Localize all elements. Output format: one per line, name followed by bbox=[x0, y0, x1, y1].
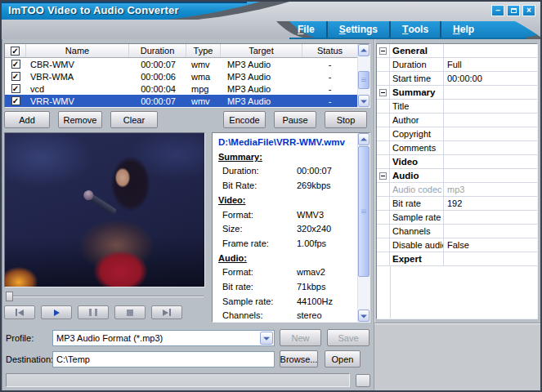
property-row[interactable]: Copyright bbox=[377, 127, 537, 141]
destination-label: Destination: bbox=[6, 354, 52, 364]
row-checkbox[interactable]: ✓ bbox=[11, 60, 20, 69]
table-row[interactable]: ✓ vcd 00:00:04 mpg MP3 Audio - bbox=[5, 82, 357, 95]
header: ImTOO Video to Audio Converter – × File … bbox=[2, 2, 540, 39]
property-row[interactable]: Sample rate bbox=[377, 211, 537, 225]
property-row[interactable]: Title bbox=[377, 100, 537, 114]
seek-thumb[interactable] bbox=[6, 292, 13, 301]
scroll-up-icon[interactable] bbox=[358, 133, 370, 145]
app-window: ImTOO Video to Audio Converter – × File … bbox=[0, 0, 542, 392]
status-bar bbox=[6, 372, 370, 388]
stop-icon bbox=[127, 310, 133, 316]
next-icon bbox=[163, 310, 168, 316]
row-checkbox[interactable]: ✓ bbox=[11, 96, 20, 105]
property-row[interactable]: Author bbox=[377, 114, 537, 127]
remove-button[interactable]: Remove bbox=[58, 111, 102, 128]
property-grid: General Duration Full Start time 00:00:0… bbox=[376, 43, 538, 319]
menu-settings[interactable]: Settings bbox=[326, 21, 389, 38]
video-heading: Video: bbox=[218, 194, 356, 208]
left-pane: ✓ Name Duration Type Target Status ✓ CBR… bbox=[2, 39, 374, 390]
table-row[interactable]: ✓ VBR-WMA 00:00:06 wma MP3 Audio - bbox=[5, 70, 357, 82]
menu-bar: File Settings Tools Help bbox=[286, 21, 486, 38]
chevron-down-icon[interactable] bbox=[260, 332, 273, 345]
media-info-panel: D:\MediaFile\VRR-WMV.wmv Summary: Durati… bbox=[212, 132, 370, 323]
stop-playback-button[interactable] bbox=[114, 305, 146, 319]
file-list: ✓ Name Duration Type Target Status ✓ CBR… bbox=[4, 43, 370, 108]
pause-playback-button[interactable] bbox=[78, 305, 109, 319]
previous-button[interactable] bbox=[4, 305, 35, 319]
collapse-minus-icon[interactable] bbox=[379, 89, 387, 96]
add-button[interactable]: Add bbox=[4, 111, 50, 128]
select-all-checkbox[interactable]: ✓ bbox=[11, 47, 20, 56]
seek-bar[interactable] bbox=[4, 291, 205, 302]
new-button[interactable]: New bbox=[280, 329, 321, 346]
property-category[interactable]: Summary bbox=[377, 86, 537, 100]
progress-bar bbox=[6, 373, 350, 387]
next-button[interactable] bbox=[151, 305, 182, 319]
menu-help[interactable]: Help bbox=[440, 21, 486, 38]
destination-input[interactable]: C:\Temp bbox=[52, 351, 275, 368]
profile-row: Profile: MP3 Audio Format (*.mp3) New Sa… bbox=[6, 329, 370, 346]
property-row[interactable]: Duration Full bbox=[377, 58, 537, 72]
scroll-down-icon[interactable] bbox=[358, 310, 370, 322]
row-checkbox[interactable]: ✓ bbox=[11, 84, 20, 93]
info-scrollbar[interactable] bbox=[357, 133, 370, 322]
browse-button[interactable]: Browse... bbox=[280, 350, 318, 368]
maximize-icon bbox=[511, 8, 517, 13]
column-header-target[interactable]: Target bbox=[221, 44, 302, 57]
property-row[interactable]: Disable audio False bbox=[377, 238, 537, 252]
scroll-thumb[interactable] bbox=[358, 71, 370, 89]
collapse-minus-icon[interactable] bbox=[379, 47, 387, 55]
summary-heading: Summary: bbox=[218, 150, 356, 165]
open-button[interactable]: Open bbox=[325, 350, 361, 368]
encode-button[interactable]: Encode bbox=[223, 111, 266, 128]
pause-button[interactable]: Pause bbox=[274, 111, 316, 128]
menu-file[interactable]: File bbox=[286, 21, 326, 38]
file-list-scrollbar[interactable] bbox=[357, 44, 370, 107]
microphone-shape bbox=[87, 193, 117, 215]
destination-row: Destination: C:\Temp Browse... Open bbox=[6, 350, 370, 368]
file-list-header: ✓ Name Duration Type Target Status bbox=[5, 44, 357, 58]
profile-label: Profile: bbox=[6, 333, 52, 343]
collapse-minus-icon[interactable] bbox=[379, 172, 387, 180]
column-header-status[interactable]: Status bbox=[302, 44, 357, 57]
video-player bbox=[4, 132, 205, 323]
scroll-up-icon[interactable] bbox=[358, 44, 370, 56]
table-row[interactable]: ✓ CBR-WMV 00:00:07 wmv MP3 Audio - bbox=[5, 58, 357, 70]
property-row[interactable]: Comments bbox=[377, 141, 537, 155]
minimize-button[interactable]: – bbox=[491, 5, 504, 16]
scroll-thumb[interactable] bbox=[358, 146, 370, 277]
property-row[interactable]: Bit rate 192 bbox=[377, 197, 537, 211]
settings-pane: General Duration Full Start time 00:00:0… bbox=[374, 39, 540, 390]
property-category[interactable]: Video bbox=[377, 155, 537, 169]
clear-button[interactable]: Clear bbox=[110, 111, 158, 128]
property-category[interactable]: Audio bbox=[377, 169, 537, 183]
save-button[interactable]: Save bbox=[327, 329, 370, 346]
menu-tools[interactable]: Tools bbox=[389, 21, 440, 38]
maximize-button[interactable] bbox=[507, 5, 520, 16]
video-preview bbox=[4, 132, 205, 287]
command-bar: Add Remove Clear Encode Pause Stop bbox=[4, 111, 370, 128]
property-category[interactable]: Expert bbox=[377, 252, 537, 266]
column-header-type[interactable]: Type bbox=[186, 44, 221, 57]
property-row[interactable]: Channels bbox=[377, 225, 537, 238]
previous-icon bbox=[18, 310, 24, 316]
window-controls: – × bbox=[491, 5, 535, 16]
column-header-name[interactable]: Name bbox=[26, 44, 129, 57]
play-icon bbox=[54, 310, 60, 316]
close-button[interactable]: × bbox=[522, 5, 535, 16]
row-checkbox[interactable]: ✓ bbox=[11, 72, 20, 81]
profile-select[interactable]: MP3 Audio Format (*.mp3) bbox=[52, 330, 275, 346]
table-row-selected[interactable]: ✓ VRR-WMV 00:00:07 wmv MP3 Audio - bbox=[5, 95, 357, 107]
status-mini-button[interactable] bbox=[356, 374, 370, 387]
audio-heading: Audio: bbox=[218, 252, 356, 266]
stop-button[interactable]: Stop bbox=[325, 111, 367, 128]
window-title: ImTOO Video to Audio Converter bbox=[8, 4, 179, 16]
media-file-path: D:\MediaFile\VRR-WMV.wmv bbox=[218, 136, 356, 150]
column-header-duration[interactable]: Duration bbox=[129, 44, 186, 57]
scroll-down-icon[interactable] bbox=[358, 95, 370, 107]
right-bottom-panel bbox=[374, 323, 540, 390]
property-category[interactable]: General bbox=[377, 44, 537, 58]
play-button[interactable] bbox=[41, 305, 72, 319]
property-row[interactable]: Start time 00:00:00 bbox=[377, 72, 537, 86]
transport-controls bbox=[4, 305, 205, 319]
